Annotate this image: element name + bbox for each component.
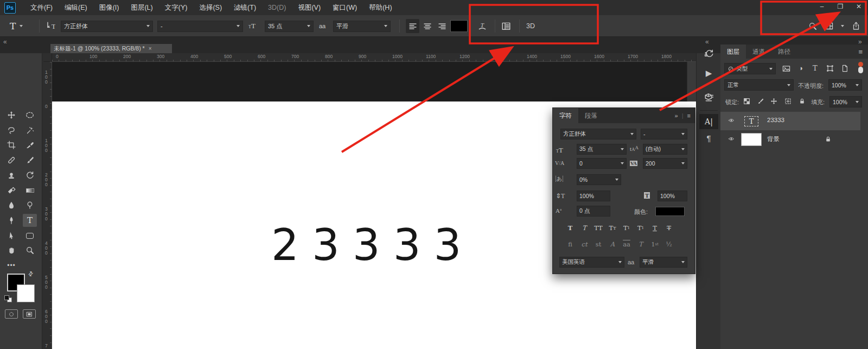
- share-icon[interactable]: [852, 22, 860, 30]
- warp-text-button[interactable]: T: [477, 15, 487, 37]
- ellipsis-tool[interactable]: •••: [4, 259, 18, 272]
- menu-item-0[interactable]: 文件(F): [24, 0, 59, 15]
- vertical-scrollbar[interactable]: [687, 62, 696, 102]
- menu-item-3[interactable]: 图层(L): [125, 0, 158, 15]
- paragraph-panel-icon[interactable]: ¶: [697, 134, 721, 143]
- strikethrough-button[interactable]: T: [663, 223, 674, 233]
- filter-shape-icon[interactable]: [826, 65, 834, 72]
- collapse-toolbar-icon[interactable]: «: [3, 38, 7, 46]
- history-brush-tool[interactable]: [23, 169, 37, 182]
- subscript-button[interactable]: T1: [635, 223, 646, 233]
- marquee-tool[interactable]: [23, 109, 37, 122]
- opacity-select[interactable]: 100%: [828, 79, 862, 91]
- font-family-select[interactable]: 方正舒体: [61, 21, 153, 32]
- magic-wand-tool[interactable]: [23, 124, 37, 137]
- tab-character[interactable]: 字符: [553, 108, 578, 123]
- align-center-button[interactable]: [420, 19, 434, 33]
- opentype-fractions-button[interactable]: ½: [663, 239, 674, 249]
- layer-row-23333[interactable]: T 23333: [720, 112, 860, 130]
- layer-row-background[interactable]: 背景: [720, 130, 860, 149]
- pen-tool[interactable]: [4, 214, 18, 227]
- opentype-titling-button[interactable]: T: [635, 239, 646, 249]
- brush-tool[interactable]: [23, 154, 37, 167]
- text-layer-thumbnail[interactable]: T: [741, 114, 762, 128]
- cp-font-family-select[interactable]: 方正舒体: [560, 129, 636, 139]
- lasso-tool[interactable]: [4, 124, 18, 137]
- workspace-icon[interactable]: [825, 22, 833, 30]
- type-tool[interactable]: T: [23, 214, 37, 227]
- shape-tool[interactable]: [23, 229, 37, 242]
- blend-mode-select[interactable]: 正常: [724, 79, 794, 91]
- panel-expand-icon[interactable]: »: [675, 112, 678, 119]
- panel-menu-icon[interactable]: ≡: [858, 45, 868, 59]
- cp-baseline-shift-field[interactable]: 0 点: [577, 206, 610, 217]
- lock-all-icon[interactable]: [799, 98, 806, 105]
- close-button[interactable]: ✕: [850, 0, 868, 14]
- actions-panel-icon[interactable]: ▶: [697, 68, 721, 78]
- search-icon[interactable]: [808, 22, 817, 30]
- font-style-select[interactable]: -: [157, 21, 243, 32]
- filter-toggle[interactable]: [858, 62, 864, 74]
- 3d-button[interactable]: 3D: [526, 15, 535, 37]
- visibility-eye-icon[interactable]: [727, 117, 736, 126]
- align-left-button[interactable]: [406, 19, 419, 33]
- quick-mask-button[interactable]: [5, 309, 18, 319]
- panel-menu-icon[interactable]: ≡: [687, 112, 691, 119]
- healing-brush-tool[interactable]: [4, 154, 18, 167]
- text-color-swatch[interactable]: [450, 20, 468, 32]
- character-panel-icon[interactable]: A|: [699, 114, 718, 129]
- lock-transparent-icon[interactable]: [743, 98, 750, 105]
- path-selection-tool[interactable]: [4, 229, 18, 242]
- hand-tool[interactable]: [4, 244, 18, 257]
- menu-item-1[interactable]: 编辑(E): [59, 0, 93, 15]
- menu-item-6[interactable]: 滤镜(T): [228, 0, 262, 15]
- layer-name[interactable]: 23333: [767, 117, 784, 123]
- lock-pixels-icon[interactable]: [757, 98, 764, 105]
- anti-alias-select[interactable]: 平滑: [333, 21, 391, 32]
- canvas-text-layer[interactable]: 23333: [271, 220, 475, 270]
- blur-tool[interactable]: [4, 199, 18, 212]
- eraser-tool[interactable]: [4, 184, 18, 197]
- layer-name[interactable]: 背景: [767, 135, 780, 143]
- dodge-tool[interactable]: [23, 199, 37, 212]
- move-tool[interactable]: [4, 109, 18, 122]
- font-size-select[interactable]: 35 点: [265, 21, 314, 32]
- tab-paragraph[interactable]: 段落: [578, 108, 604, 123]
- lock-artboard-icon[interactable]: [784, 98, 792, 105]
- cp-horizontal-scale-field[interactable]: 100%: [658, 191, 687, 201]
- gradient-tool[interactable]: [23, 184, 37, 197]
- menu-item-4[interactable]: 文字(Y): [159, 0, 194, 15]
- tool-preset-picker[interactable]: T: [10, 15, 23, 37]
- superscript-button[interactable]: T1: [621, 223, 632, 233]
- cp-vertical-scale-field[interactable]: 100%: [577, 191, 610, 201]
- visibility-eye-icon[interactable]: [727, 135, 736, 145]
- menu-item-7[interactable]: 3D(D): [262, 0, 292, 15]
- cp-language-select[interactable]: 美国英语: [559, 257, 624, 268]
- align-right-button[interactable]: [435, 19, 449, 33]
- default-colors-icon[interactable]: [4, 295, 13, 303]
- cp-font-size-select[interactable]: 35 点: [577, 144, 627, 155]
- filter-type-layer-icon[interactable]: T: [813, 64, 818, 72]
- filter-type-select[interactable]: 类型: [724, 63, 776, 74]
- text-orientation-button[interactable]: T: [46, 15, 55, 37]
- underline-button[interactable]: T: [649, 223, 660, 233]
- document-tab[interactable]: 未标题-1 @ 100% (23333, RGB/8) * ×: [50, 44, 172, 53]
- filter-image-icon[interactable]: [782, 65, 790, 73]
- menu-item-9[interactable]: 窗口(W): [327, 0, 363, 15]
- minimize-button[interactable]: –: [813, 0, 831, 14]
- crop-tool[interactable]: [4, 138, 18, 151]
- background-color-swatch[interactable]: [17, 284, 35, 302]
- opentype-stylistic-sets-button[interactable]: aa: [621, 239, 632, 249]
- filter-smart-object-icon[interactable]: [841, 65, 848, 72]
- opentype-swash-button[interactable]: A: [607, 239, 618, 249]
- opentype-discretionary-ligatures-button[interactable]: st: [593, 239, 604, 249]
- filter-adjustment-icon[interactable]: ◑: [799, 64, 803, 72]
- background-layer-thumbnail[interactable]: [741, 132, 762, 147]
- all-caps-button[interactable]: TT: [593, 223, 604, 233]
- lock-position-icon[interactable]: [770, 98, 777, 105]
- opentype-ligatures-button[interactable]: fi: [565, 239, 576, 249]
- menu-item-10[interactable]: 帮助(H): [363, 0, 398, 15]
- opentype-ordinals-button[interactable]: 1st: [649, 239, 660, 249]
- cp-font-style-select[interactable]: -: [641, 129, 687, 139]
- tab-layers[interactable]: 图层: [720, 45, 746, 59]
